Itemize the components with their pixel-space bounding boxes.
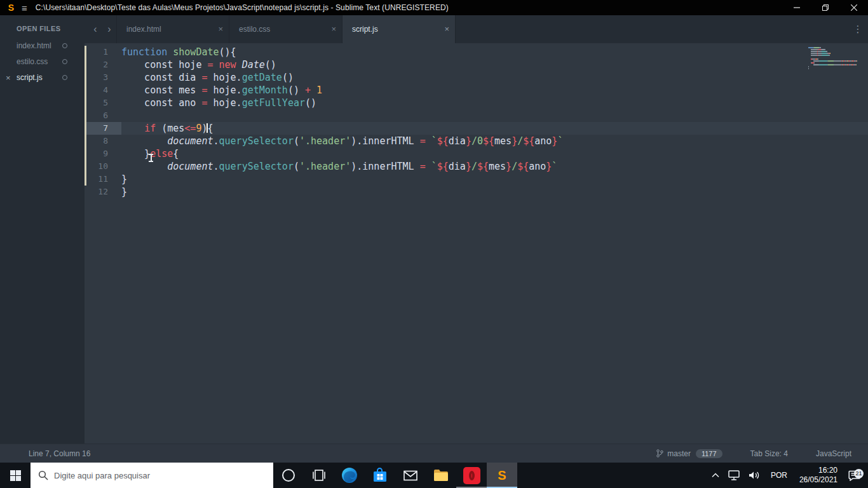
line-number: 12: [85, 186, 121, 198]
code-line[interactable]: 6: [85, 109, 868, 122]
tab-back-icon[interactable]: ‹: [88, 15, 102, 43]
mail-button[interactable]: [395, 463, 426, 488]
code-line[interactable]: 1function showDate(){: [85, 46, 868, 58]
minimap-line: [808, 51, 863, 52]
code-editor[interactable]: 1function showDate(){2 const hoje = new …: [85, 43, 868, 444]
line-number: 9: [85, 147, 121, 160]
sidebar-file-index.html[interactable]: index.html: [0, 38, 85, 54]
tab-overflow-icon[interactable]: ⋮: [848, 15, 868, 43]
code-line[interactable]: 11}: [85, 173, 868, 186]
open-files-header[interactable]: OPEN FILES: [0, 15, 85, 38]
status-bar: Line 7, Column 16 master 1177 Tab Size: …: [0, 444, 868, 463]
tray-chevron-up-icon[interactable]: [707, 473, 724, 478]
sidebar-file-label: script.js: [17, 73, 43, 82]
code-line[interactable]: 8 document.querySelector('.header').inne…: [85, 135, 868, 147]
close-tab-icon[interactable]: ×: [331, 15, 336, 43]
line-number: 11: [85, 173, 121, 186]
code-text: }: [121, 186, 127, 198]
line-number: 7: [85, 122, 121, 135]
task-view-button[interactable]: [304, 463, 334, 488]
code-line[interactable]: 7 if (mes<=9){: [85, 122, 868, 135]
mouse-cursor: [148, 152, 154, 163]
line-number: 2: [85, 58, 121, 71]
cortana-button[interactable]: [273, 463, 304, 488]
sublime-icon: S: [498, 469, 506, 482]
minimap-line: [808, 55, 863, 56]
minimap-line: [808, 47, 863, 48]
file-explorer-button[interactable]: [426, 463, 456, 488]
notification-count-badge: 21: [854, 469, 864, 478]
search-input[interactable]: [54, 471, 257, 480]
edge-button[interactable]: [334, 463, 365, 488]
close-button[interactable]: [839, 0, 868, 15]
code-text: document.querySelector('.header').innerH…: [121, 160, 557, 173]
code-line[interactable]: 12}: [85, 186, 868, 198]
close-file-icon[interactable]: ×: [6, 70, 11, 86]
git-branch-indicator[interactable]: master 1177: [656, 449, 722, 458]
sublime-logo-icon: S: [6, 3, 16, 13]
tab-index.html[interactable]: index.html×: [116, 15, 229, 43]
opera-button[interactable]: [456, 463, 487, 488]
minimap-line: [808, 53, 863, 54]
network-icon[interactable]: [724, 470, 744, 480]
minimize-button[interactable]: [782, 0, 811, 15]
close-tab-icon[interactable]: ×: [218, 15, 223, 43]
code-line[interactable]: 4 const mes = hoje.getMonth() + 1: [85, 84, 868, 97]
modified-indicator-icon: [62, 59, 67, 64]
minimap[interactable]: [808, 47, 863, 70]
tab-size-indicator[interactable]: Tab Size: 4: [750, 449, 788, 458]
code-text: if (mes<=9){: [121, 122, 214, 135]
syntax-indicator[interactable]: JavaScript: [816, 449, 851, 458]
code-line[interactable]: 5 const ano = hoje.getFullYear(): [85, 97, 868, 109]
code-line[interactable]: 2 const hoje = new Date(): [85, 58, 868, 71]
code-text: }: [121, 173, 127, 186]
window-titlebar: S ≡ C:\Users\itaan\Desktop\Teste das Aul…: [0, 0, 868, 15]
minimap-line: [808, 66, 863, 67]
sidebar: OPEN FILES index.htmlestilo.css×script.j…: [0, 15, 85, 444]
volume-icon[interactable]: [744, 470, 764, 480]
store-button[interactable]: [365, 463, 395, 488]
sidebar-file-estilo.css[interactable]: estilo.css: [0, 54, 85, 70]
code-text: const hoje = new Date(): [121, 58, 276, 71]
code-text: document.querySelector('.header').innerH…: [121, 135, 563, 147]
tab-forward-icon[interactable]: ›: [102, 15, 116, 43]
line-number: 1: [85, 46, 121, 58]
action-center-button[interactable]: 21: [843, 470, 868, 481]
minimap-line: [808, 60, 863, 62]
line-number: 6: [85, 109, 121, 122]
code-text: function showDate(){: [121, 46, 236, 58]
tab-estilo.css[interactable]: estilo.css×: [229, 15, 342, 43]
close-icon: [851, 4, 857, 11]
taskbar-search[interactable]: [31, 463, 273, 488]
line-number: 8: [85, 135, 121, 147]
code-line[interactable]: 3 const dia = hoje.getDate(): [85, 71, 868, 84]
restore-button[interactable]: [811, 0, 839, 15]
language-indicator[interactable]: POR: [764, 471, 794, 480]
code-line[interactable]: 9 }else{: [85, 147, 868, 160]
sidebar-file-label: estilo.css: [17, 57, 48, 66]
git-branch-name: master: [667, 449, 691, 458]
start-button[interactable]: [0, 463, 31, 488]
close-tab-icon[interactable]: ×: [444, 15, 449, 43]
cursor-position: Line 7, Column 16: [29, 449, 90, 458]
tab-script.js[interactable]: script.js×: [342, 15, 456, 43]
minimize-icon: [794, 4, 800, 11]
code-text: const ano = hoje.getFullYear(): [121, 97, 316, 109]
code-line[interactable]: 10 document.querySelector('.header').inn…: [85, 160, 868, 173]
minimap-line: [808, 58, 863, 60]
code-text: const mes = hoje.getMonth() + 1: [121, 84, 322, 97]
clock-date: 26/05/2021: [799, 475, 837, 485]
windows-logo-icon: [10, 470, 21, 481]
sidebar-file-script.js[interactable]: ×script.js: [0, 70, 85, 86]
hamburger-menu-icon[interactable]: ≡: [22, 3, 27, 13]
taskbar-clock[interactable]: 16:20 26/05/2021: [794, 466, 843, 485]
line-number: 10: [85, 160, 121, 173]
sublime-text-button[interactable]: S: [487, 463, 517, 488]
modified-indicator-icon: [62, 75, 67, 80]
search-icon: [38, 470, 48, 480]
line-number: 5: [85, 97, 121, 109]
cortana-icon: [282, 469, 295, 482]
restore-icon: [822, 4, 829, 11]
modified-lines-bar: [85, 46, 86, 186]
minimap-line: [808, 57, 863, 58]
